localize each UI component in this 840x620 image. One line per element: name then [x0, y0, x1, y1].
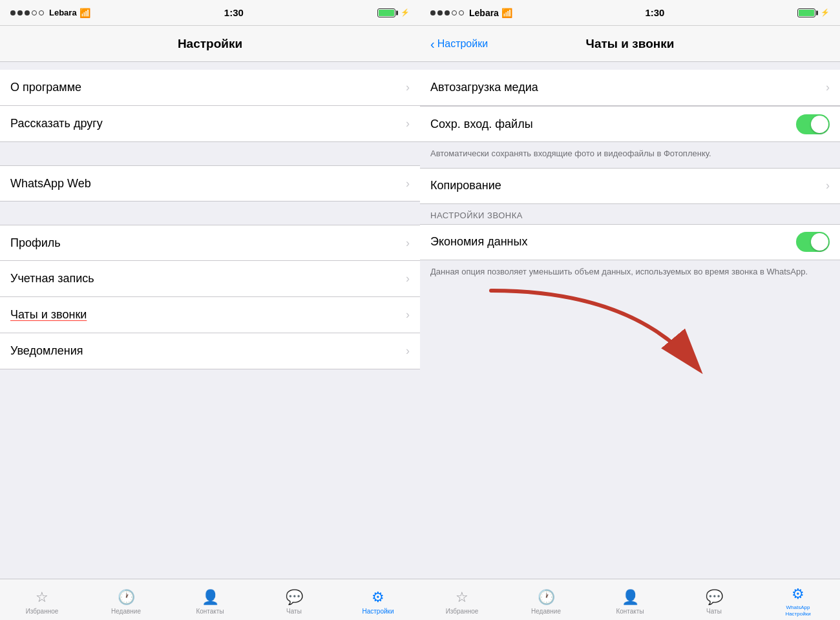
tab-recent-label: Недавние: [111, 608, 141, 615]
whatsapp-web-label: WhatsApp Web: [10, 177, 406, 191]
carrier-label: Lebara: [49, 8, 77, 17]
chat-icon: 💬: [286, 589, 303, 606]
left-time: 1:30: [224, 7, 244, 18]
charging-icon-right: ⚡: [821, 8, 830, 17]
charging-icon: ⚡: [401, 8, 410, 17]
notifications-label: Уведомления: [10, 344, 406, 358]
chevron-icon: ›: [406, 177, 410, 191]
tab-chats[interactable]: 💬 Чаты: [252, 585, 336, 615]
settings-item-save-files[interactable]: Сохр. вход. файлы: [420, 106, 840, 142]
account-label: Учетная запись: [10, 272, 406, 285]
tab-settings[interactable]: ⚙ Настройки: [336, 585, 420, 615]
tab-r-chats[interactable]: 💬 Чаты: [672, 585, 756, 615]
settings-item-chats[interactable]: Чаты и звонки ›: [0, 297, 420, 333]
tab-r-settings[interactable]: ⚙ WhatsAppНастройки: [756, 582, 840, 618]
wifi-icon-right: 📶: [501, 8, 512, 18]
signal-dots: [10, 10, 44, 16]
settings-item-notifications[interactable]: Уведомления ›: [0, 333, 420, 369]
save-files-description: Автоматически сохранять входящие фото и …: [420, 142, 840, 168]
section-group-r4: НАСТРОЙКИ ЗВОНКА Экономия данных Данная …: [420, 204, 840, 286]
auto-download-label: Автозагрузка медиа: [430, 81, 826, 94]
settings-item-account[interactable]: Учетная запись ›: [0, 261, 420, 297]
battery-indicator: [377, 8, 395, 17]
tell-friend-label: Рассказать другу: [10, 117, 406, 130]
chevron-icon: ›: [826, 179, 830, 192]
gear-icon-r: ⚙: [792, 586, 804, 603]
person-icon: 👤: [202, 589, 219, 606]
data-saving-label: Экономия данных: [430, 235, 796, 249]
save-files-toggle[interactable]: [796, 114, 830, 134]
right-time: 1:30: [645, 7, 664, 18]
dot-r5: [459, 10, 464, 16]
tab-contacts[interactable]: 👤 Контакты: [168, 585, 252, 615]
settings-item-tell-friend[interactable]: Рассказать другу ›: [0, 106, 420, 142]
chevron-icon: ›: [406, 236, 410, 250]
battery-fill-right: [799, 10, 814, 16]
dot-r1: [430, 10, 436, 16]
clock-icon-r: 🕐: [538, 589, 555, 606]
tab-recent[interactable]: 🕐 Недавние: [84, 585, 168, 615]
settings-item-copy[interactable]: Копирование ›: [420, 168, 840, 204]
settings-item-data-saving[interactable]: Экономия данных: [420, 224, 840, 260]
dot-1: [10, 10, 16, 16]
right-status-left: Lebara 📶: [430, 8, 512, 18]
tab-chats-label: Чаты: [286, 608, 302, 615]
about-label: О программе: [10, 81, 406, 94]
battery-fill: [379, 10, 394, 16]
person-icon-r: 👤: [622, 589, 639, 606]
tab-r-settings-label: WhatsAppНастройки: [785, 604, 810, 618]
settings-item-whatsapp-web[interactable]: WhatsApp Web ›: [0, 165, 420, 202]
dot-3: [25, 10, 30, 16]
gear-icon: ⚙: [372, 589, 384, 606]
call-settings-header: НАСТРОЙКИ ЗВОНКА: [420, 204, 840, 224]
dot-r3: [445, 10, 450, 16]
dot-5: [39, 10, 44, 16]
left-settings-list: О программе › Рассказать другу › WhatsAp…: [0, 62, 420, 579]
data-saving-description: Данная опция позволяет уменьшить объем д…: [420, 260, 840, 286]
section-group-r2: Сохр. вход. файлы Автоматически сохранят…: [420, 106, 840, 168]
carrier-label-right: Lebara: [469, 8, 499, 18]
data-saving-toggle[interactable]: [796, 232, 830, 252]
settings-item-profile[interactable]: Профиль ›: [0, 225, 420, 261]
star-icon: ☆: [36, 589, 48, 606]
section-group-3: Профиль › Учетная запись › Чаты и звонки…: [0, 225, 420, 369]
right-settings-list: Автозагрузка медиа › Сохр. вход. файлы А…: [420, 62, 840, 579]
left-panel: Lebara 📶 1:30 ⚡ Настройки О программе › …: [0, 0, 420, 620]
back-chevron-icon: ‹: [430, 37, 435, 50]
right-status-right: ⚡: [797, 8, 830, 17]
right-tab-bar: ☆ Избранное 🕐 Недавние 👤 Контакты 💬 Чаты…: [420, 579, 840, 620]
left-status-bar: Lebara 📶 1:30 ⚡: [0, 0, 420, 26]
section-group-2: WhatsApp Web ›: [0, 165, 420, 202]
chevron-icon: ›: [406, 117, 410, 130]
tab-r-favorites[interactable]: ☆ Избранное: [420, 585, 504, 615]
chat-icon-r: 💬: [706, 589, 723, 606]
tab-contacts-label: Контакты: [196, 608, 224, 615]
copy-label: Копирование: [430, 179, 826, 192]
tab-r-contacts-label: Контакты: [616, 608, 644, 615]
chats-label: Чаты и звонки: [10, 308, 406, 322]
wifi-icon: 📶: [79, 8, 90, 18]
tab-r-recent[interactable]: 🕐 Недавние: [504, 585, 588, 615]
back-button[interactable]: ‹ Настройки: [430, 37, 488, 50]
left-nav-title: Настройки: [178, 37, 242, 51]
settings-item-about[interactable]: О программе ›: [0, 70, 420, 106]
settings-item-auto-download[interactable]: Автозагрузка медиа ›: [420, 70, 840, 106]
right-panel: Lebara 📶 1:30 ⚡ ‹ Настройки Чаты и звонк…: [420, 0, 840, 620]
spacer: [0, 62, 420, 70]
section-group-1: О программе › Рассказать другу ›: [0, 62, 420, 142]
chevron-icon: ›: [406, 81, 410, 94]
section-spacer-1: [0, 142, 420, 165]
right-status-bar: Lebara 📶 1:30 ⚡: [420, 0, 840, 26]
dot-2: [17, 10, 23, 16]
chevron-icon: ›: [406, 344, 410, 358]
left-status-right: ⚡: [377, 8, 410, 17]
right-nav-bar: ‹ Настройки Чаты и звонки: [420, 26, 840, 62]
battery-indicator-right: [797, 8, 815, 17]
chevron-icon: ›: [406, 308, 410, 322]
back-label: Настройки: [437, 38, 488, 50]
profile-label: Профиль: [10, 236, 406, 250]
left-tab-bar: ☆ Избранное 🕐 Недавние 👤 Контакты 💬 Чаты…: [0, 579, 420, 620]
tab-favorites[interactable]: ☆ Избранное: [0, 585, 84, 615]
tab-r-contacts[interactable]: 👤 Контакты: [588, 585, 672, 615]
left-status-left: Lebara 📶: [10, 8, 90, 18]
